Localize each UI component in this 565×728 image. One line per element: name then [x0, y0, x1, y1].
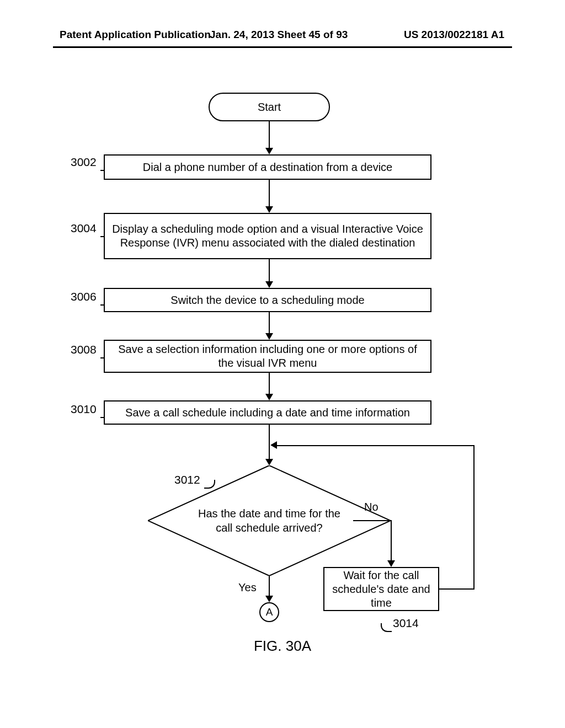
arrowhead-down-icon — [265, 596, 273, 602]
arrowhead-down-icon — [387, 560, 395, 567]
process-3006-text: Switch the device to a scheduling mode — [170, 293, 364, 307]
arrow — [269, 425, 270, 460]
arrow — [269, 312, 270, 334]
process-3004-text: Display a scheduling mode option and a v… — [111, 222, 424, 250]
process-3008: Save a selection information including o… — [104, 340, 431, 373]
line — [353, 520, 392, 521]
arrowhead-down-icon — [265, 333, 273, 340]
process-3002: Dial a phone number of a destination fro… — [104, 154, 431, 180]
process-3010: Save a call schedule including a date an… — [104, 400, 431, 425]
line — [439, 588, 475, 590]
header-docno: US 2013/0022181 A1 — [404, 29, 504, 41]
header-rule — [53, 46, 512, 48]
ref-3014: 3014 — [393, 617, 419, 630]
header-sheet: Jan. 24, 2013 Sheet 45 of 93 — [210, 29, 348, 41]
arrowhead-down-icon — [265, 459, 273, 465]
terminator-start: Start — [209, 93, 330, 121]
header-pub: Patent Application Publication — [60, 29, 211, 41]
arrow — [269, 576, 270, 597]
process-3008-text: Save a selection information including o… — [111, 342, 424, 370]
line — [391, 520, 392, 561]
ref-3004: 3004 — [71, 222, 97, 235]
process-3006: Switch the device to a scheduling mode — [104, 288, 431, 312]
arrowhead-down-icon — [265, 206, 273, 213]
arrowhead-down-icon — [265, 394, 273, 400]
label-no: No — [364, 501, 379, 513]
ref-3002: 3002 — [71, 156, 97, 169]
ref-3006: 3006 — [71, 290, 97, 303]
process-3004: Display a scheduling mode option and a v… — [104, 213, 431, 259]
connector-a-label: A — [266, 606, 273, 618]
process-3010-text: Save a call schedule including a date an… — [125, 406, 410, 420]
connector-a: A — [259, 602, 279, 622]
process-3014-text: Wait for the call schedule's date and ti… — [331, 569, 431, 610]
line — [276, 445, 475, 446]
ref-3008: 3008 — [71, 343, 97, 356]
arrow — [269, 259, 270, 282]
process-3014: Wait for the call schedule's date and ti… — [323, 567, 439, 611]
arrowhead-down-icon — [265, 148, 273, 154]
arrowhead-down-icon — [265, 281, 273, 288]
ref-3010: 3010 — [71, 403, 97, 416]
line — [473, 445, 475, 590]
label-yes: Yes — [238, 581, 257, 594]
arrow — [269, 121, 270, 149]
patent-page: Patent Application Publication Jan. 24, … — [0, 0, 565, 728]
arrow — [269, 180, 270, 207]
start-label: Start — [258, 100, 281, 114]
process-3002-text: Dial a phone number of a destination fro… — [143, 160, 393, 174]
figure-caption: FIG. 30A — [0, 638, 565, 655]
arrow — [269, 373, 270, 395]
